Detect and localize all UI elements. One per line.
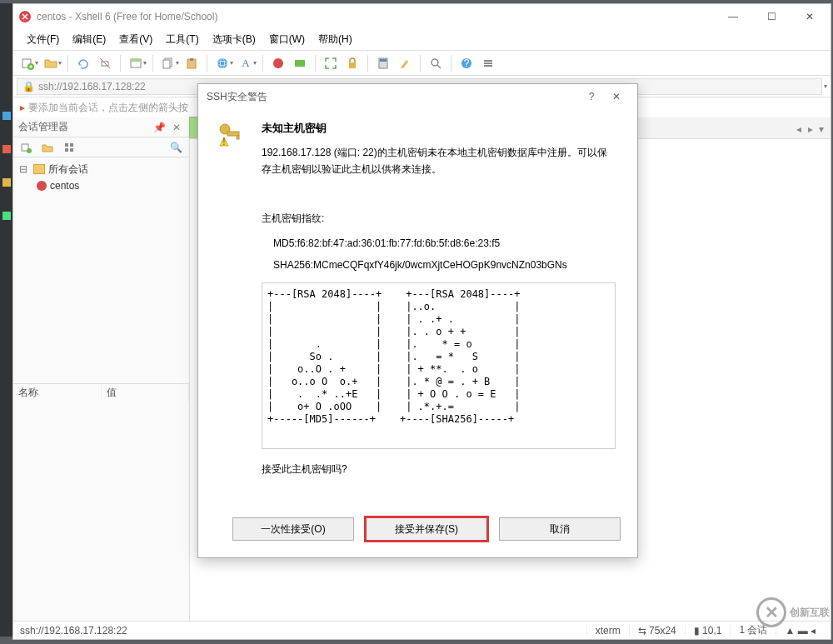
dialog-help-button[interactable]: ? — [579, 91, 604, 102]
svg-point-19 — [431, 59, 438, 66]
tree-item-label: centos — [50, 180, 79, 192]
ssh-security-warning-dialog: SSH安全警告 ? ✕ ! 未知主机密钥 192.168.17.128 (端口:… — [197, 83, 638, 558]
dropdown-icon[interactable]: ▾ — [253, 59, 257, 67]
find-button[interactable] — [426, 54, 445, 72]
dropdown-icon[interactable]: ▾ — [35, 59, 38, 67]
svg-rect-30 — [65, 148, 68, 152]
menu-bar: 文件(F) 编辑(E) 查看(V) 工具(T) 选项卡(B) 窗口(W) 帮助(… — [13, 29, 831, 51]
warning-key-icon: ! — [217, 121, 247, 509]
column-value[interactable]: 值 — [102, 384, 190, 402]
menu-window[interactable]: 窗口(W) — [262, 29, 312, 50]
dialog-title: SSH安全警告 — [207, 90, 579, 104]
svg-rect-24 — [484, 62, 492, 64]
accept-save-button[interactable]: 接受并保存(S) — [366, 517, 487, 541]
menu-edit[interactable]: 编辑(E) — [66, 29, 112, 50]
menu-tools[interactable]: 工具(T) — [159, 29, 205, 50]
dropdown-icon[interactable]: ▾ — [143, 59, 147, 67]
app-icon — [18, 10, 32, 23]
disconnect-button[interactable] — [96, 54, 114, 72]
address-dropdown[interactable]: ▾ — [824, 82, 827, 90]
panel-close-icon[interactable]: ✕ — [169, 122, 184, 133]
collapse-icon[interactable]: ⊟ — [17, 163, 30, 175]
tree-root[interactable]: ⊟ 所有会话 — [17, 161, 186, 177]
address-value: ssh://192.168.17.128:22 — [38, 81, 146, 92]
dialog-message: 192.168.17.128 (端口: 22)的主机密钥未在本地主机密钥数据库中… — [262, 144, 616, 178]
accept-once-button[interactable]: 一次性接受(O) — [232, 517, 354, 541]
session-icon — [37, 181, 47, 191]
window-title: centos - Xshell 6 (Free for Home/School) — [37, 11, 714, 22]
column-name[interactable]: 名称 — [13, 384, 102, 402]
open-button[interactable] — [42, 54, 60, 72]
fingerprint-ascii-art[interactable]: +---[RSA 2048]----+ +---[RSA 2048]----+ … — [262, 282, 616, 449]
status-term-type: xterm — [586, 625, 629, 637]
svg-point-27 — [27, 148, 32, 153]
view-mode-button[interactable] — [60, 138, 78, 157]
lock-button[interactable] — [343, 54, 362, 72]
svg-rect-31 — [70, 148, 73, 152]
menu-help[interactable]: 帮助(H) — [312, 29, 359, 50]
tree-root-label: 所有会话 — [48, 162, 88, 177]
lock-icon: 🔒 — [22, 81, 35, 92]
svg-rect-23 — [484, 60, 492, 62]
pin-icon[interactable]: 📌 — [150, 122, 169, 133]
menu-file[interactable]: 文件(F) — [20, 29, 66, 50]
calc-button[interactable] — [374, 54, 392, 72]
dropdown-icon[interactable]: ▾ — [230, 59, 233, 67]
fingerprint-sha256: SHA256:MCmeCQFqxfY46jk/0wcmXjtCeHOGpK9nv… — [273, 259, 616, 271]
session-manager-toolbar: 🔍 — [13, 137, 189, 157]
help-toolbar-button[interactable]: ? — [457, 54, 476, 72]
dialog-question: 接受此主机密钥吗? — [262, 462, 616, 477]
svg-text:?: ? — [464, 57, 470, 69]
copy-button[interactable] — [159, 54, 177, 72]
session-detail-header: 名称 值 — [13, 383, 189, 402]
dialog-titlebar: SSH安全警告 ? ✕ — [198, 84, 637, 109]
svg-line-20 — [437, 65, 441, 68]
svg-rect-16 — [349, 62, 356, 68]
status-bar: ssh://192.168.17.128:22 xterm ⇆ 75x24 ▮ … — [13, 621, 831, 639]
menu-tabs[interactable]: 选项卡(B) — [206, 29, 262, 50]
settings-dropdown[interactable] — [479, 54, 497, 72]
new-folder-small-button[interactable] — [38, 138, 57, 157]
search-icon[interactable]: 🔍 — [167, 142, 186, 153]
svg-rect-8 — [163, 60, 170, 68]
status-cursor: ▮ 10,1 — [685, 625, 731, 637]
svg-rect-34 — [237, 136, 239, 139]
watermark-icon: ✕ — [756, 597, 786, 627]
globe-button[interactable] — [213, 54, 232, 72]
watermark-text: 创新互联 — [790, 606, 830, 620]
dropdown-icon[interactable]: ▾ — [176, 59, 179, 67]
properties-button[interactable] — [127, 54, 145, 72]
svg-text:!: ! — [222, 136, 225, 147]
font-button[interactable]: A — [237, 54, 255, 72]
reconnect-button[interactable] — [74, 54, 92, 72]
dropdown-icon[interactable]: ▾ — [58, 59, 62, 67]
svg-rect-25 — [484, 65, 492, 67]
watermark: ✕ 创新互联 — [756, 597, 830, 627]
fingerprint-md5: MD5:f6:82:bf:47:ad:36:01:fb:77:fd:6b:5f:… — [273, 237, 616, 249]
dialog-close-button[interactable]: ✕ — [604, 91, 629, 102]
new-session-button[interactable] — [18, 54, 37, 72]
cancel-button[interactable]: 取消 — [499, 517, 621, 541]
highlight-button[interactable] — [396, 54, 414, 72]
desktop-taskbar-fragment — [0, 3, 12, 637]
flag-icon: ▸ — [20, 102, 25, 113]
svg-rect-18 — [380, 59, 387, 62]
maximize-button[interactable]: ☐ — [752, 5, 791, 28]
fullscreen-button[interactable] — [322, 54, 340, 72]
svg-point-11 — [217, 58, 227, 68]
xftp-icon-button[interactable] — [291, 54, 309, 72]
svg-point-14 — [273, 58, 283, 68]
session-manager-panel: 会话管理器 📌 ✕ 🔍 ⊟ 所有会话 centos — [13, 117, 190, 621]
menu-view[interactable]: 查看(V) — [112, 29, 159, 50]
svg-rect-33 — [227, 132, 239, 136]
close-button[interactable]: ✕ — [791, 5, 829, 28]
tab-nav-buttons[interactable]: ◂ ▸ ▾ — [791, 120, 831, 138]
tree-item[interactable]: centos — [17, 177, 186, 194]
session-tree[interactable]: ⊟ 所有会话 centos — [13, 157, 189, 383]
new-session-small-button[interactable] — [17, 138, 35, 157]
svg-rect-29 — [70, 143, 73, 147]
window-titlebar: centos - Xshell 6 (Free for Home/School)… — [13, 4, 831, 29]
xshell-icon-button[interactable] — [269, 54, 287, 72]
minimize-button[interactable]: — — [714, 5, 752, 28]
paste-button[interactable] — [182, 54, 201, 72]
